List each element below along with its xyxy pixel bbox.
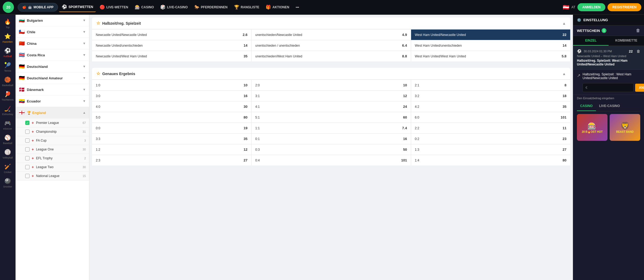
bet-cell-3[interactable]: Newcastle United/unentschieden 14 [92,40,251,51]
login-button[interactable]: ANMELDEN [577,3,605,11]
gbet-18[interactable]: 1:212 [92,144,251,155]
sport-nav-basketball[interactable]: 🏀 Basketball [0,74,15,89]
casino-tab-live[interactable]: LIVE-CASINO [596,101,623,111]
league-check-leagueone[interactable] [25,147,30,152]
gbet-17[interactable]: 0:223 [411,134,570,144]
country-item-deutschland-amateur[interactable]: 🇩🇪 Deutschland Amateur ▼ [16,72,89,84]
sport-nav-tischtennis[interactable]: 🏓 Tischtennis [0,89,15,103]
casino-game-1[interactable]: 🎰 20 B🔥OST HOT [577,114,608,141]
gbet-10[interactable]: 5:160 [251,112,411,123]
gbet-7[interactable]: 4:124 [251,101,411,112]
country-item-china[interactable]: 🇨🇳 China ▼ [16,38,89,49]
sport-nav-fussball[interactable]: ⚽ Fußball [0,45,15,60]
bet-cell-6[interactable]: Newcastle United/West Ham United 35 [92,51,251,61]
gbet-11[interactable]: 6:0101 [411,112,570,123]
tab-einzel[interactable]: EINZEL [573,36,609,46]
gbet-2[interactable]: 2:18 [411,80,570,90]
chevron-deutschland: ▼ [83,65,86,68]
gbet-9[interactable]: 5:080 [92,112,251,123]
collapse-halbzeit[interactable]: ▲ [562,21,566,25]
gbet-14[interactable]: 2:211 [411,123,570,133]
gbet-19[interactable]: 0:350 [251,144,411,155]
sport-nav-snooker[interactable]: 🎱 Snooker [0,176,15,190]
nav-casino[interactable]: 🎰 CASINO [132,2,157,12]
country-item-bulgarien[interactable]: 🇧🇬 Bulgarien ▼ [16,15,89,26]
gbet-20[interactable]: 1:327 [411,144,570,155]
country-item-chile[interactable]: 🇨🇱 Chile ▼ [16,26,89,38]
nav-rangliste[interactable]: 🏆 RANGLISTE [231,2,262,12]
gbet-21[interactable]: 2:327 [92,155,251,165]
sport-nav-eishockey[interactable]: 🏒 Eishockey [0,103,15,118]
bet-cell-8[interactable]: West Ham United/West Ham United 5.8 [411,51,570,61]
sport-nav-cricket[interactable]: 🏏 Cricket [0,161,15,176]
delete-bet-icon[interactable]: 🗑 [636,49,640,53]
league-efl-trophy[interactable]: + EFL Trophy 2 [16,154,89,163]
country-item-costarica[interactable]: 🇨🇷 Costa Rica ▼ [16,49,89,61]
bet-cell-0[interactable]: Newcastle United/Newcastle United 2.6 [92,30,251,40]
nav-more[interactable]: ••• [293,3,302,11]
chevron-england: ▲ [83,111,86,115]
sport-nav-top[interactable]: 🔥 Top [0,16,15,31]
league-premier-league[interactable]: ✓ + Premier League 67 [16,119,89,127]
bet-amount-input[interactable] [583,83,634,92]
country-item-england[interactable]: 🏴󠁧󠁢󠁥󠁮󠁧󠁿 🏆 England ▲ [16,107,89,119]
bet-cell-2-highlighted[interactable]: West Ham United/Newcastle United 22 [411,30,570,40]
sport-nav-favoriten[interactable]: ⭐ Favoriten [0,31,15,45]
nav-live-wetten[interactable]: 🔴 LIVE-WETTEN [97,2,131,12]
logo-area[interactable]: 20 [3,2,14,13]
gbet-3[interactable]: 3:016 [92,91,251,101]
gbet-1[interactable]: 2:010 [251,80,411,90]
flag-bulgarien: 🇧🇬 [19,17,25,23]
country-item-deutschland[interactable]: 🇩🇪 Deutschland ▼ [16,61,89,72]
sport-nav-baseball[interactable]: ⚾ Baseball [0,132,15,147]
gbet-22[interactable]: 0:4101 [251,155,411,165]
league-national-league[interactable]: + National League 15 [16,172,89,180]
gbet-4[interactable]: 3:112 [251,91,411,101]
bet-cell-1[interactable]: unentschieden/Newcastle United 4.9 [251,30,411,40]
gbet-0[interactable]: 1:010 [92,80,251,90]
genaues-bets-grid: 1:010 2:010 2:18 3:016 3:112 3:218 4:030… [92,80,570,165]
register-button[interactable]: REGISTRIEREN [608,3,641,11]
sport-nav-esoccer[interactable]: 🎮 eSoccer [0,118,15,132]
sport-nav-tennis[interactable]: 🎾 Tennis [0,60,15,74]
collapse-genaues[interactable]: ▲ [562,72,566,76]
league-championship[interactable]: + Championship 31 [16,127,89,136]
country-item-ecuador[interactable]: 🇪🇨 Ecuador ▼ [16,95,89,107]
nav-sportwetten[interactable]: ⚽ SPORTWETTEN [59,2,96,12]
share-icon[interactable]: ↗ [577,73,580,78]
bet-cell-4[interactable]: unentschieden / unentschieden 6.4 [251,40,411,51]
gbet-5[interactable]: 3:218 [411,91,570,101]
league-check-leaguetwo[interactable] [25,165,30,169]
nav-pferderennen[interactable]: 🐎 PFERDERENNEN [192,2,230,12]
league-check-national[interactable] [25,174,30,178]
slot-icon: 🎰 [582,121,603,130]
league-league-two[interactable]: + League Two 30 [16,163,89,172]
league-check-efl[interactable] [25,156,30,160]
gbet-12[interactable]: 0:019 [92,123,251,133]
league-fa-cup[interactable]: + FA Cup 3 [16,136,89,145]
flag-costarica: 🇨🇷 [19,52,25,58]
gbet-8[interactable]: 4:235 [411,101,570,112]
bet-cell-7[interactable]: unentschieden/West Ham United 8.8 [251,51,411,61]
nav-aktionen[interactable]: 🎁 AKTIONEN [263,2,292,12]
league-check-facup[interactable] [25,138,30,143]
league-check-championship[interactable] [25,130,30,134]
sport-nav-volleyball[interactable]: 🏐 Volleyball [0,147,15,161]
gbet-15[interactable]: 3:335 [92,134,251,144]
gbet-6[interactable]: 4:030 [92,101,251,112]
nav-live-casino[interactable]: 🎲 LIVE-CASINO [158,2,190,12]
place-bet-button[interactable]: ANMELDEN [635,84,644,92]
gbet-16[interactable]: 0:116 [251,134,411,144]
volleyball-icon: 🏐 [4,149,11,155]
gbet-13[interactable]: 1:17.4 [251,123,411,133]
tab-kombiwette[interactable]: KOMBIWETTE [609,36,644,46]
mobile-app-button[interactable]: 🍎 🤖 MOBILE APP [18,3,58,12]
casino-tab-casino[interactable]: CASINO [577,101,596,111]
gbet-23[interactable]: 1:480 [411,155,570,165]
country-item-daenemark[interactable]: 🇩🇰 Dänemark ▼ [16,84,89,95]
bet-cell-5[interactable]: West Ham United/unentschieden 14 [411,40,570,51]
league-check-premier[interactable]: ✓ [25,121,30,125]
trash-icon[interactable]: 🗑 [636,28,640,33]
league-league-one[interactable]: + League One 30 [16,145,89,154]
casino-game-2[interactable]: 🦁 BEAST BAND [610,114,640,141]
